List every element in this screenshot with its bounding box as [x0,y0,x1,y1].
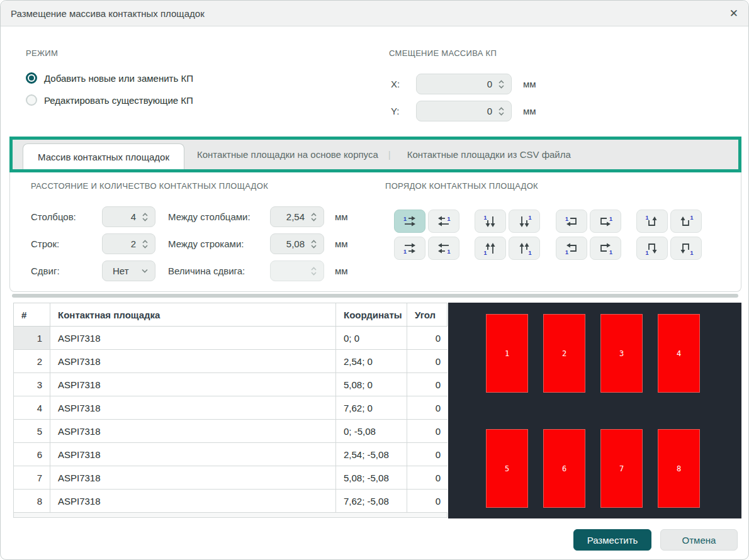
angle-cell: 0 [407,490,448,512]
order-button-snake-rows-start-tr[interactable]: 1 [590,210,621,233]
spacing-label: Строк: [31,238,102,249]
offset-x-spinner-value: 0 [423,79,498,89]
pad-name-cell: ASPI7318 [50,327,336,349]
cols-up-start-br-icon: 1 [516,240,532,257]
order-button-snake-cols-start-bl[interactable]: 1 [636,237,668,260]
mode-option-1[interactable]: Добавить новые или заменить КП [26,71,193,85]
pad-name-cell: ASPI7318 [50,466,336,489]
spinner-up-down-icon[interactable] [310,266,317,277]
spacing-control-3-value: Нет [109,266,141,276]
order-button-rows-right-start-tl[interactable]: 1 [394,210,425,233]
order-button-rows-right-start-bl[interactable]: 1 [394,237,425,260]
cancel-button[interactable]: Отмена [660,529,738,551]
order-button-cols-up-start-br[interactable]: 1 [509,237,540,260]
unit-label: мм [335,266,348,276]
table-row[interactable]: 6ASPI73182,54; -5,080 [13,443,448,466]
spinner-up-down-icon[interactable] [310,238,317,250]
order-button-snake-cols-start-tl[interactable]: 1 [636,210,668,233]
spinner-up-down-icon[interactable] [310,211,317,223]
radio-icon[interactable] [26,94,37,106]
order-button-cols-down-start-tr[interactable]: 1 [509,210,540,233]
mode-option-2[interactable]: Редактировать существующие КП [26,93,193,107]
tab-pad-array[interactable]: Массив контактных площадок [23,143,184,169]
angle-cell: 0 [407,373,448,396]
table-row[interactable]: 7ASPI73185,08; -5,080 [13,466,448,490]
offset-x-spinner[interactable]: 0 [416,74,512,94]
table-scrollbar-strip[interactable] [13,513,448,518]
table-body: 1ASPI73180; 002ASPI73182,54; 003ASPI7318… [13,327,448,513]
table-column-header: Контактная площадка [50,303,336,326]
spinner-up-down-icon[interactable] [498,79,505,90]
spinner-up-down-icon[interactable] [142,238,149,250]
order-group-2: 1111 [475,210,540,260]
order-button-snake-cols-start-br[interactable]: 1 [670,237,702,260]
spacing-label2: Величина сдвига: [168,266,270,276]
order-button-cols-down-start-tl[interactable]: 1 [475,210,506,233]
radio-icon[interactable] [26,72,37,84]
order-section-label: ПОРЯДОК КОНТАКТНЫХ ПЛОЩАДОК [385,181,538,191]
order-button-snake-cols-start-tr[interactable]: 1 [670,210,702,233]
offset-field-x: X:0мм [391,74,536,94]
pads-table: #Контактная площадкаКоординатыУгол 1ASPI… [13,303,448,518]
order-group-4: 1111 [636,210,702,260]
order-button-snake-rows-start-bl[interactable]: 1 [556,237,587,260]
svg-text:1: 1 [609,215,612,221]
pad-name-cell: ASPI7318 [50,420,336,442]
mode-section-label: РЕЖИМ [26,48,58,58]
svg-text:1: 1 [448,215,451,221]
angle-cell: 0 [407,466,448,489]
table-row[interactable]: 3ASPI73185,08; 00 [13,373,448,396]
row-number-cell: 3 [14,373,50,396]
coordinates-cell: 2,54; -5,08 [336,443,407,466]
svg-text:1: 1 [565,215,568,221]
row-number-cell: 1 [14,327,50,349]
offset-y-spinner[interactable]: 0 [416,101,512,121]
close-icon[interactable]: ✕ [729,8,738,19]
place-button[interactable]: Разместить [573,529,651,551]
spacing-control-3[interactable]: Нет [102,260,155,281]
tabs-highlight-annotation: Массив контактных площадокКонтактные пло… [9,137,741,172]
table-row[interactable]: 8ASPI73187,62; -5,080 [13,490,448,513]
order-button-rows-left-start-br[interactable]: 1 [428,237,459,260]
order-button-snake-rows-start-br[interactable]: 1 [590,237,621,260]
spinner-up-down-icon[interactable] [498,106,505,117]
svg-text:1: 1 [448,249,451,255]
angle-cell: 0 [407,420,448,442]
coordinates-cell: 7,62; 0 [336,396,407,419]
spacing-label2: Между строками: [168,238,270,249]
svg-text:1: 1 [484,215,487,221]
row-number-cell: 5 [14,420,50,442]
tab-2[interactable]: Контактные площадки из CSV файла [407,149,571,160]
snake-rows-start-tr-icon: 1 [597,213,614,230]
order-button-cols-up-start-bl[interactable]: 1 [475,237,506,260]
offset-fields-group: X:0ммY:0мм [391,74,536,128]
spinner-up-down-icon[interactable] [142,211,149,223]
pad-array-placement-dialog: Размещение массива контактных площадок ✕… [0,0,749,560]
spacing-control2-1[interactable]: 2,54 [270,206,324,227]
rows-right-start-tl-icon: 1 [402,213,418,230]
rows-left-start-tr-icon: 1 [436,213,452,230]
pad-name-cell: ASPI7318 [50,490,336,512]
order-button-snake-rows-start-tl[interactable]: 1 [556,210,587,233]
spacing-control-1[interactable]: 4 [102,206,155,227]
order-group-1: 1111 [394,210,459,260]
row-number-cell: 8 [14,490,50,512]
spacing-control-2[interactable]: 2 [102,233,155,254]
table-column-header: Угол [407,303,448,326]
chevron-down-icon[interactable] [141,269,149,274]
pad-name-cell: ASPI7318 [50,443,336,466]
snake-rows-start-br-icon: 1 [597,240,614,257]
horizontal-scrollbar[interactable] [12,294,738,298]
table-row[interactable]: 2ASPI73182,54; 00 [13,350,448,373]
spacing-control2-2[interactable]: 5,08 [270,233,324,254]
table-row[interactable]: 5ASPI73180; -5,080 [13,420,448,443]
table-row[interactable]: 1ASPI73180; 00 [13,327,448,350]
pad-preview-canvas: 12345678 [448,303,741,518]
tab-1[interactable]: Контактные площадки на основе корпуса [197,149,378,160]
snake-cols-start-tr-icon: 1 [678,213,694,230]
preview-pad-5: 5 [486,429,528,508]
order-button-rows-left-start-tr[interactable]: 1 [428,210,459,233]
row-number-cell: 7 [14,466,50,489]
table-row[interactable]: 4ASPI73187,62; 00 [13,396,448,420]
offset-field-y: Y:0мм [391,101,536,121]
